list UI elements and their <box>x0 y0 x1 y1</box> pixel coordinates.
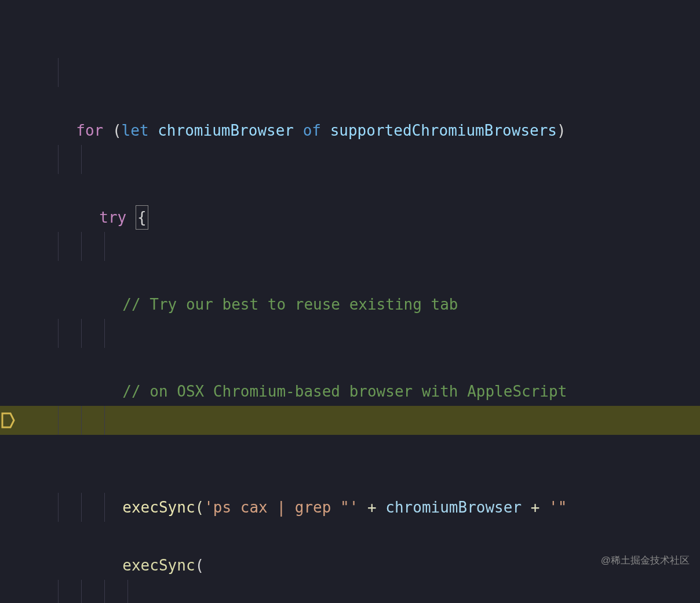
variable: supportedChromiumBrowsers <box>330 122 557 139</box>
code-line[interactable]: try { <box>0 145 700 174</box>
brace-open: { <box>136 205 148 230</box>
keyword-of: of <box>303 122 321 139</box>
comment: // Try our best to reuse existing tab <box>122 296 458 313</box>
code-line[interactable]: execSync( <box>0 493 700 522</box>
function-call: execSync <box>122 557 195 574</box>
keyword-for: for <box>76 122 103 139</box>
code-line[interactable]: for (let chromiumBrowser of supportedChr… <box>0 58 700 87</box>
watermark: @稀土掘金技术社区 <box>601 546 690 575</box>
keyword-let: let <box>122 122 149 139</box>
code-editor[interactable]: for (let chromiumBrowser of supportedChr… <box>0 0 700 603</box>
code-line[interactable]: // Try our best to reuse existing tab <box>0 232 700 261</box>
code-line-highlighted[interactable]: execSync('ps cax | grep "' + chromiumBro… <box>0 406 700 435</box>
variable: chromiumBrowser <box>158 122 294 139</box>
comment: // on OSX Chromium-based browser with Ap… <box>122 383 567 400</box>
code-line[interactable]: 'osascript openChrome.applescript "' + <box>0 580 700 603</box>
keyword-try: try <box>99 209 126 226</box>
breakpoint-marker-icon[interactable] <box>1 412 15 428</box>
code-line[interactable]: // on OSX Chromium-based browser with Ap… <box>0 319 700 348</box>
